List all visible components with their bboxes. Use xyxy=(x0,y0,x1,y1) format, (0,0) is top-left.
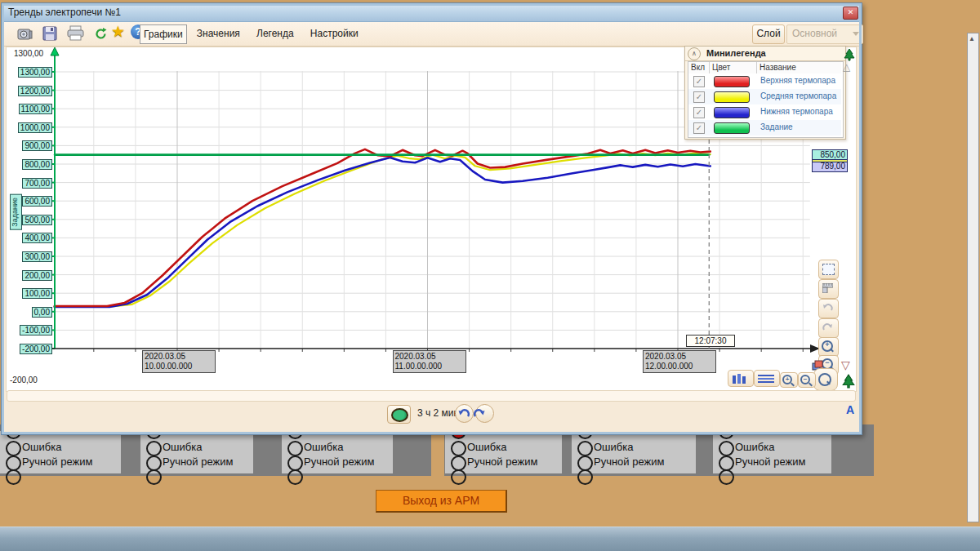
background-scrollbar[interactable]: ▲ xyxy=(967,33,979,522)
legend-checkbox[interactable]: ✓ xyxy=(693,91,705,103)
minilegend-title: Минилегенда xyxy=(706,48,766,58)
scroll-down-icon[interactable]: ▽ xyxy=(841,360,850,370)
legend-color-swatch xyxy=(714,91,750,103)
y-max-label: 1300,00 xyxy=(14,49,43,58)
status-bar: 3 ч 2 мин A xyxy=(7,402,854,427)
clock-icon xyxy=(391,408,408,422)
legend-color-swatch xyxy=(714,122,750,134)
legend-checkbox[interactable]: ✓ xyxy=(693,122,705,134)
status-card: ОшибкаРучной режим xyxy=(0,431,121,473)
layer-button[interactable]: Слой xyxy=(752,24,785,44)
snapshot-icon[interactable] xyxy=(17,25,33,42)
state-indicator xyxy=(287,469,303,485)
zoom-out-small-button[interactable]: − xyxy=(798,372,816,388)
y-tick-label: 100,00 xyxy=(22,288,52,299)
status-card: ОшибкаРучной режим xyxy=(282,431,393,473)
bottom-panel xyxy=(7,390,856,402)
value-marker: 789,00 xyxy=(812,161,848,172)
chevron-down-icon xyxy=(853,32,859,36)
print-icon[interactable] xyxy=(66,25,86,42)
list-view-button[interactable] xyxy=(754,370,780,387)
redo-button[interactable] xyxy=(818,318,839,338)
state-indicator xyxy=(451,469,466,485)
tab-znacheniya[interactable]: Значения xyxy=(194,24,243,42)
minilegend-table: ВклЦветНазвание✓Верхняя термопара✓Средня… xyxy=(688,61,844,138)
time-range-button[interactable] xyxy=(387,405,411,424)
error-indicator xyxy=(287,441,303,456)
zoom-in-button[interactable]: + xyxy=(818,337,839,357)
save-icon[interactable] xyxy=(42,25,58,42)
undo-button[interactable] xyxy=(818,299,839,318)
y-tick-label: 900,00 xyxy=(22,140,52,151)
manual-mode-label: Ручной режим xyxy=(22,455,92,468)
exit-arm-button[interactable]: Выход из АРМ xyxy=(376,490,507,513)
y-min-label: -200,00 xyxy=(10,375,38,384)
minilegend-header: ∧ Минилегенда xyxy=(685,47,845,61)
error-indicator xyxy=(577,441,593,456)
refresh-icon[interactable] xyxy=(94,27,108,41)
y-tick-label: 700,00 xyxy=(22,178,52,189)
step-back-button[interactable] xyxy=(455,404,474,423)
scroll-up-icon[interactable]: ▲ xyxy=(969,35,975,42)
trend-window: Тренды электропечи №1 ✕ xyxy=(1,2,862,435)
y-tick-label: -200,00 xyxy=(20,344,52,354)
manual-mode-label: Ручной режим xyxy=(735,455,805,468)
y-tick-label: 200,00 xyxy=(22,270,52,281)
status-card: ОшибкаРучной режим xyxy=(140,431,253,473)
error-label: Ошибка xyxy=(467,441,506,453)
x-tick-timestamp: 2020.03.0510.00.00.000 xyxy=(142,350,216,373)
collapse-icon[interactable]: ∧ xyxy=(688,47,701,60)
state-indicator xyxy=(146,469,162,485)
manual-mode-label: Ручной режим xyxy=(163,455,233,468)
y-tick-label: 1100,00 xyxy=(19,104,52,114)
legend-row[interactable]: ✓Средняя термопара xyxy=(688,89,841,104)
ruler-button[interactable] xyxy=(818,279,839,299)
layer-dropdown[interactable]: Основной xyxy=(786,24,863,44)
x-tick-timestamp: 2020.03.0511.00.00.000 xyxy=(393,350,466,373)
title-bar[interactable]: Тренды электропечи №1 ✕ xyxy=(2,3,862,22)
status-card: ОшибкаРучной режим xyxy=(445,431,562,473)
error-indicator xyxy=(146,441,162,456)
desktop: ▲ ОшибкаРучной режимОшибкаРучной режимОш… xyxy=(0,0,980,551)
tab-legenda[interactable]: Легенда xyxy=(253,24,297,42)
manual-mode-label: Ручной режим xyxy=(594,455,664,468)
legend-column-header: Вкл xyxy=(688,62,710,73)
legend-series-name: Верхняя термопара xyxy=(760,76,835,85)
zoom-in-small-button[interactable]: + xyxy=(780,372,798,388)
corner-letter: A xyxy=(846,403,854,416)
window-title: Тренды электропечи №1 xyxy=(8,7,121,18)
legend-row[interactable]: ✓Верхняя термопара xyxy=(688,73,841,89)
close-button[interactable]: ✕ xyxy=(843,7,858,20)
error-indicator xyxy=(451,441,466,456)
legend-checkbox[interactable]: ✓ xyxy=(693,107,705,118)
tab-grafiki[interactable]: Графики xyxy=(140,24,187,44)
error-indicator xyxy=(719,441,734,456)
state-indicator xyxy=(719,469,734,485)
y-tick-label: 0,00 xyxy=(32,307,52,318)
legend-row[interactable]: ✓Задание xyxy=(688,120,841,136)
bar-view-button[interactable] xyxy=(728,370,754,387)
tree-icon[interactable] xyxy=(841,374,856,389)
error-label: Ошибка xyxy=(304,441,343,453)
magnifier-button[interactable] xyxy=(813,368,838,391)
y-tick-label: 800,00 xyxy=(22,159,52,170)
select-region-button[interactable] xyxy=(818,260,839,279)
time-cursor-label[interactable]: 12:07:30 xyxy=(686,335,735,347)
y-tick-label: 600,00 xyxy=(22,196,52,207)
tab-nastroyki[interactable]: Настройки xyxy=(307,24,362,42)
legend-row[interactable]: ✓Нижняя термопара xyxy=(688,104,841,120)
tree-icon[interactable] xyxy=(843,48,856,61)
legend-checkbox[interactable]: ✓ xyxy=(693,76,705,87)
error-label: Ошибка xyxy=(163,441,202,453)
error-label: Ошибка xyxy=(22,441,61,453)
y-tick-label: 500,00 xyxy=(22,215,52,225)
error-indicator xyxy=(6,441,21,456)
error-label: Ошибка xyxy=(594,441,633,453)
y-tick-label: 300,00 xyxy=(22,251,52,262)
step-forward-button[interactable] xyxy=(475,404,494,423)
legend-series-name: Нижняя термопара xyxy=(760,107,833,116)
favorites-icon[interactable]: ★ xyxy=(111,22,127,38)
status-card: ОшибкаРучной режим xyxy=(713,431,831,473)
scroll-up-icon[interactable]: △ xyxy=(843,62,850,72)
state-indicator xyxy=(577,469,593,485)
